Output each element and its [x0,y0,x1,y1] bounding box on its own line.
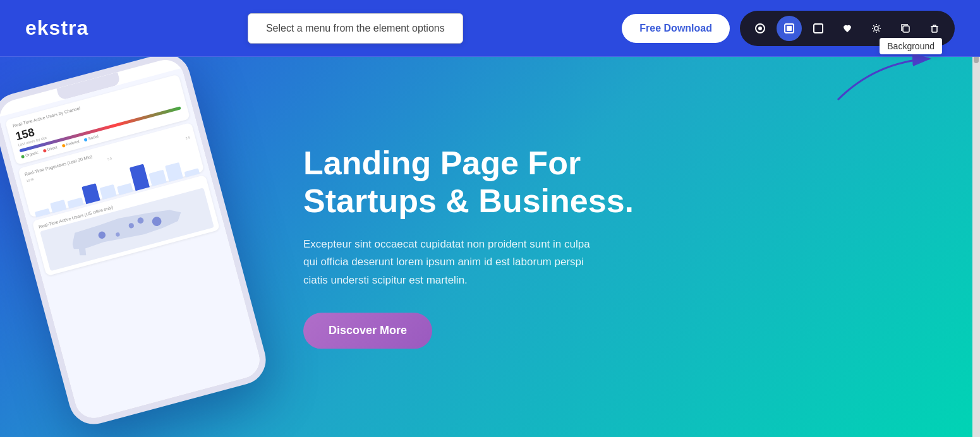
svg-point-5 [874,27,878,30]
logo: ekstra [25,16,88,40]
bar-2 [50,199,67,213]
trash-icon-button[interactable] [922,16,947,41]
hero-title-line2: Startups & Business. [303,183,634,219]
hero-title: Landing Page For Startups & Business. [303,145,634,220]
top-bar: ekstra Select a menu from the element op… [0,0,980,57]
scrollbar[interactable] [972,0,980,437]
bar-4 [82,183,100,204]
menu-hint-box: Select a menu from the element options [248,13,463,44]
menu-hint-text: Select a menu from the element options [266,23,445,33]
layout-icon-button[interactable] [806,16,831,41]
svg-rect-3 [787,26,792,31]
legend-social: Social [83,135,99,142]
discover-more-button[interactable]: Discover More [303,313,432,349]
bar-7 [130,164,150,191]
bar-9 [165,162,183,182]
svg-rect-7 [932,27,937,32]
background-tooltip: Background [880,38,942,54]
phone-frame: Real-Time Active Users by Channel 158 La… [0,57,271,429]
hero-section: Real-Time Active Users by Channel 158 La… [0,57,980,437]
hero-title-line1: Landing Page For [303,145,581,181]
bar-6 [117,183,133,196]
legend-direct: Direct [43,145,57,153]
free-download-button[interactable]: Free Download [622,14,730,43]
bar-10 [184,168,200,177]
hero-content: Landing Page For Startups & Business. Ex… [303,145,634,349]
gear-icon-button[interactable] [864,16,889,41]
bar-8 [149,170,167,186]
bar-5 [99,184,116,200]
phone-mockup: Real-Time Active Users by Channel 158 La… [0,63,303,417]
heart-icon-button[interactable] [835,16,860,41]
svg-point-1 [758,27,762,30]
copy-icon-button[interactable] [893,16,918,41]
svg-rect-6 [903,26,909,32]
bar-1 [35,208,51,217]
bar-3 [68,198,83,208]
svg-rect-4 [814,24,823,33]
hero-description: Excepteur sint occaecat cupidatat non pr… [303,236,607,290]
background-icon-button[interactable] [777,16,802,41]
phone-screen: Real-Time Active Users by Channel 158 La… [0,68,263,422]
dot-icon-button[interactable] [747,16,773,41]
